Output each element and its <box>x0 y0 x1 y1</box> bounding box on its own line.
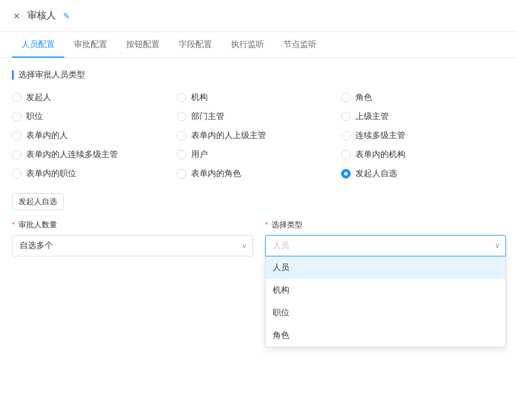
type-dropdown: 人员 机构 职位 角色 <box>265 256 506 347</box>
radio-form-position[interactable]: 表单内的职位 <box>12 168 177 179</box>
radio-multi-superior[interactable]: 连续多级主管 <box>341 130 506 141</box>
section-title: 选择审批人员类型 <box>12 70 506 80</box>
form-row: * 审批人数量 自选多个 ∨ * 选择类型 人员 ∨ 人员 机构 职位 <box>12 220 506 256</box>
radio-form-multi[interactable]: 表单内的人连续多级主管 <box>12 149 177 160</box>
radio-circle-dept-head <box>177 112 186 121</box>
required-mark-count: * <box>12 220 15 229</box>
radio-circle-form-role <box>177 169 186 178</box>
radio-form-org[interactable]: 表单内的机构 <box>341 149 506 160</box>
dropdown-item-position[interactable]: 职位 <box>266 302 505 324</box>
header: ✕ 审核人 ✎ <box>0 0 518 32</box>
approver-count-select[interactable]: 自选多个 <box>12 235 253 256</box>
radio-label-role: 角色 <box>355 92 372 103</box>
tab-exec[interactable]: 执行监听 <box>221 32 274 57</box>
radio-circle-form-person <box>12 131 21 140</box>
dropdown-item-org[interactable]: 机构 <box>266 279 505 302</box>
select-type-label: * 选择类型 <box>265 220 506 230</box>
radio-label-org: 机构 <box>191 92 208 103</box>
radio-dept-head[interactable]: 部门主管 <box>177 111 342 122</box>
radio-circle-multi-superior <box>341 131 351 140</box>
radio-label-dept-head: 部门主管 <box>191 111 224 122</box>
radio-org[interactable]: 机构 <box>177 92 342 103</box>
tab-field[interactable]: 字段配置 <box>169 32 221 57</box>
radio-self-select[interactable]: 发起人自选 <box>341 168 506 179</box>
radio-circle-form-position <box>12 169 21 178</box>
radio-user[interactable]: 用户 <box>177 149 342 160</box>
radio-form-role[interactable]: 表单内的角色 <box>177 168 342 179</box>
radio-form-person[interactable]: 表单内的人 <box>12 130 177 141</box>
radio-circle-form-multi <box>12 150 21 159</box>
radio-label-multi-superior: 连续多级主管 <box>355 130 405 141</box>
radio-label-initiator: 发起人 <box>26 92 51 103</box>
dropdown-item-role[interactable]: 角色 <box>266 324 505 347</box>
chevron-down-icon-count: ∨ <box>242 242 247 250</box>
tab-bar: 人员配置 审批配置 按钮配置 字段配置 执行监听 节点监听 <box>0 32 518 58</box>
select-type-group: * 选择类型 人员 ∨ 人员 机构 职位 角色 <box>265 220 506 256</box>
radio-label-form-org: 表单内的机构 <box>355 149 405 160</box>
radio-label-position: 职位 <box>26 111 43 122</box>
radio-form-superior[interactable]: 表单内的人上级主管 <box>177 130 342 141</box>
radio-circle-initiator <box>12 93 21 102</box>
radio-label-user: 用户 <box>191 149 208 160</box>
select-type-select[interactable]: 人员 <box>265 235 506 256</box>
radio-label-form-role: 表单内的角色 <box>191 168 241 179</box>
selected-type-tag: 发起人自选 <box>12 193 64 210</box>
close-icon[interactable]: ✕ <box>12 11 21 21</box>
radio-circle-form-superior <box>177 131 186 140</box>
radio-circle-user <box>177 150 186 159</box>
page-title: 审核人 <box>27 10 56 22</box>
radio-initiator[interactable]: 发起人 <box>12 92 177 103</box>
approver-count-label: * 审批人数量 <box>12 220 253 230</box>
radio-superior[interactable]: 上级主管 <box>341 111 506 122</box>
radio-label-superior: 上级主管 <box>355 111 389 122</box>
required-mark-type: * <box>265 220 268 229</box>
radio-circle-self-select <box>341 169 351 178</box>
content-area: 选择审批人员类型 发起人 机构 角色 职位 部门主管 上级主管 <box>0 58 518 274</box>
radio-grid: 发起人 机构 角色 职位 部门主管 上级主管 表单内的人 <box>12 92 506 179</box>
tab-member[interactable]: 人员配置 <box>12 32 64 57</box>
select-type-select-wrapper: 人员 ∨ 人员 机构 职位 角色 <box>265 235 506 256</box>
tab-button[interactable]: 按钮配置 <box>117 32 169 57</box>
chevron-down-icon-type: ∨ <box>495 242 500 250</box>
radio-circle-org <box>177 93 186 102</box>
radio-label-form-superior: 表单内的人上级主管 <box>191 130 266 141</box>
radio-label-form-person: 表单内的人 <box>26 130 68 141</box>
radio-circle-role <box>341 93 351 102</box>
tab-node[interactable]: 节点监听 <box>274 32 326 57</box>
approver-count-group: * 审批人数量 自选多个 ∨ <box>12 220 253 256</box>
tab-approval[interactable]: 审批配置 <box>64 32 117 57</box>
radio-label-form-multi: 表单内的人连续多级主管 <box>26 149 118 160</box>
edit-icon[interactable]: ✎ <box>62 11 71 21</box>
approver-count-select-wrapper: 自选多个 ∨ <box>12 235 253 256</box>
radio-role[interactable]: 角色 <box>341 92 506 103</box>
radio-circle-position <box>12 112 21 121</box>
radio-label-form-position: 表单内的职位 <box>26 168 76 179</box>
radio-position[interactable]: 职位 <box>12 111 177 122</box>
radio-circle-superior <box>341 112 351 121</box>
dropdown-item-person[interactable]: 人员 <box>266 256 505 279</box>
radio-label-self-select: 发起人自选 <box>355 168 397 179</box>
radio-circle-form-org <box>341 150 351 159</box>
